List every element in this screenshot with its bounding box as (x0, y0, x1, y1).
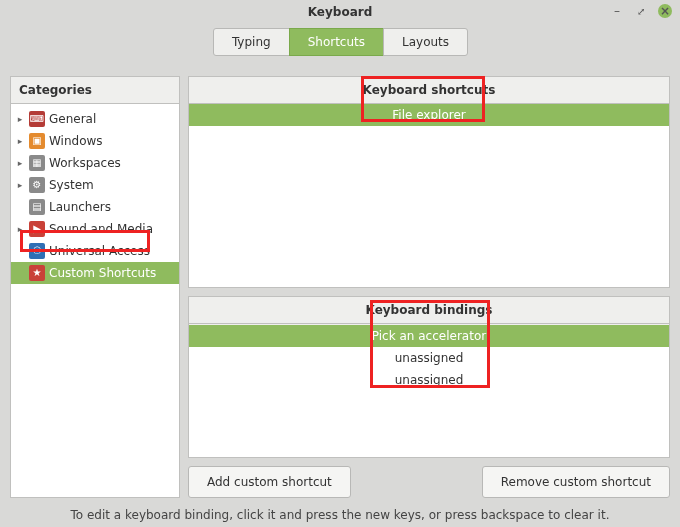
keyboard-shortcuts-panel: Keyboard shortcuts File explorer (188, 76, 670, 288)
system-icon: ⚙ (29, 177, 45, 193)
window-title: Keyboard (308, 5, 373, 19)
maximize-icon[interactable]: ⤢ (634, 4, 648, 18)
keyboard-shortcuts-header: Keyboard shortcuts (189, 77, 669, 104)
tab-layouts[interactable]: Layouts (383, 28, 468, 56)
universal-icon: ⚇ (29, 243, 45, 259)
tab-shortcuts[interactable]: Shortcuts (289, 28, 384, 56)
sound-icon: ▶ (29, 221, 45, 237)
sidebar-item-label: Windows (49, 132, 103, 150)
keyboard-bindings-header: Keyboard bindings (189, 297, 669, 324)
button-row: Add custom shortcut Remove custom shortc… (188, 466, 670, 498)
sidebar-item-universal[interactable]: ⚇ Universal Access (11, 240, 179, 262)
close-icon[interactable]: × (658, 4, 672, 18)
sidebar-item-custom[interactable]: ★ Custom Shortcuts (11, 262, 179, 284)
chevron-right-icon[interactable]: ▸ (15, 132, 25, 150)
list-item[interactable]: File explorer (189, 104, 669, 126)
list-item[interactable]: Pick an accelerator (189, 324, 669, 347)
sidebar-item-general[interactable]: ▸ ⌨ General (11, 108, 179, 130)
add-custom-shortcut-button[interactable]: Add custom shortcut (188, 466, 351, 498)
sidebar-item-launchers[interactable]: ▤ Launchers (11, 196, 179, 218)
sidebar-item-label: Universal Access (49, 242, 150, 260)
right-column: Keyboard shortcuts File explorer Keyboar… (188, 76, 670, 498)
keyboard-bindings-list[interactable]: Pick an accelerator unassigned unassigne… (189, 324, 669, 457)
footer-hint: To edit a keyboard binding, click it and… (0, 498, 680, 522)
chevron-right-icon[interactable]: ▸ (15, 110, 25, 128)
categories-tree: ▸ ⌨ General ▸ ▣ Windows ▸ ▦ Workspaces ▸… (11, 104, 179, 497)
sidebar-item-system[interactable]: ▸ ⚙ System (11, 174, 179, 196)
sidebar-item-workspaces[interactable]: ▸ ▦ Workspaces (11, 152, 179, 174)
launchers-icon: ▤ (29, 199, 45, 215)
sidebar-item-label: Custom Shortcuts (49, 264, 156, 282)
sidebar-item-label: System (49, 176, 94, 194)
main-body: Categories ▸ ⌨ General ▸ ▣ Windows ▸ ▦ W… (0, 56, 680, 498)
list-item[interactable]: unassigned (189, 347, 669, 369)
custom-icon: ★ (29, 265, 45, 281)
chevron-right-icon[interactable]: ▸ (15, 220, 25, 238)
minimize-icon[interactable]: – (610, 4, 624, 18)
sidebar-item-label: Workspaces (49, 154, 121, 172)
list-item[interactable]: unassigned (189, 369, 669, 391)
chevron-right-icon[interactable]: ▸ (15, 176, 25, 194)
categories-header: Categories (11, 77, 179, 104)
sidebar-item-label: Sound and Media (49, 220, 153, 238)
tab-typing[interactable]: Typing (213, 28, 290, 56)
window-controls: – ⤢ × (610, 4, 672, 18)
sidebar-item-label: Launchers (49, 198, 111, 216)
sidebar-item-windows[interactable]: ▸ ▣ Windows (11, 130, 179, 152)
tab-bar: Typing Shortcuts Layouts (0, 24, 680, 56)
remove-custom-shortcut-button[interactable]: Remove custom shortcut (482, 466, 670, 498)
keyboard-bindings-panel: Keyboard bindings Pick an accelerator un… (188, 296, 670, 458)
titlebar: Keyboard – ⤢ × (0, 0, 680, 24)
general-icon: ⌨ (29, 111, 45, 127)
workspaces-icon: ▦ (29, 155, 45, 171)
keyboard-shortcuts-list[interactable]: File explorer (189, 104, 669, 287)
sidebar-item-label: General (49, 110, 96, 128)
windows-icon: ▣ (29, 133, 45, 149)
chevron-right-icon[interactable]: ▸ (15, 154, 25, 172)
sidebar-item-sound[interactable]: ▸ ▶ Sound and Media (11, 218, 179, 240)
categories-panel: Categories ▸ ⌨ General ▸ ▣ Windows ▸ ▦ W… (10, 76, 180, 498)
